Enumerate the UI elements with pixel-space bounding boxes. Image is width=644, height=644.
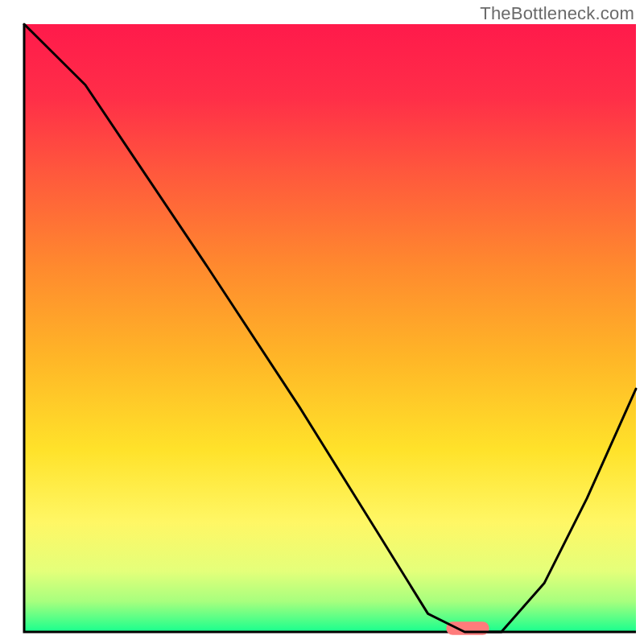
watermark-text: TheBottleneck.com	[480, 3, 634, 24]
chart-container: TheBottleneck.com	[0, 0, 644, 644]
chart-svg	[0, 0, 644, 644]
plot-background	[24, 24, 636, 632]
